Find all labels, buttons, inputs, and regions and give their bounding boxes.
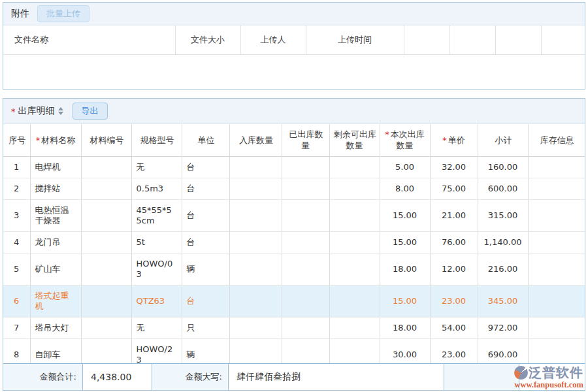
attachments-panel: 附件 批量上传 文件名称 文件大小 上传人 上传时间 [3, 2, 585, 90]
cell-material-code [81, 156, 131, 178]
column-label: 材料名称 [41, 135, 75, 145]
cell-remaining-qty [329, 178, 380, 199]
cell-outbound-qty [282, 199, 329, 231]
outbound-title: 出库明细 [18, 105, 55, 117]
attachments-column-header: 上传时间 [306, 25, 404, 54]
cell-stock-info [528, 231, 585, 253]
brand-logo-icon [514, 366, 528, 380]
column-label: 已出库数量 [289, 129, 323, 150]
material-row[interactable]: 4 龙门吊 5t 台 15.00 76.00 1,140.00 [3, 231, 585, 253]
cell-remaining-qty [329, 199, 380, 231]
cell-spec-model: HOWO/03 [131, 253, 182, 285]
cell-unit-price: 54.00 [430, 317, 478, 338]
cell-unit-price: 12.00 [430, 253, 478, 285]
outbound-header-row: 序号 *材料名称 材料编号 规格型号 单位 入库数量 已出库数量 剩余可出库数量… [3, 124, 585, 156]
cell-outbound-qty [282, 317, 329, 338]
column-label: 小计 [495, 135, 512, 145]
cell-this-outbound-qty: 15.00 [380, 285, 430, 317]
cell-material-code [81, 317, 131, 338]
outbound-column-header: *单价 [430, 124, 478, 156]
cell-this-outbound-qty: 8.00 [380, 178, 430, 199]
spinner-up-icon [58, 107, 63, 110]
export-button[interactable]: 导出 [73, 103, 108, 120]
material-row[interactable]: 6 塔式起重机 QTZ63 台 15.00 23.00 345.00 [3, 285, 585, 317]
attachments-column-header: 文件大小 [175, 25, 240, 54]
batch-upload-button[interactable]: 批量上传 [37, 5, 90, 22]
outbound-column-header: 小计 [478, 124, 528, 156]
total-amount-value: 4,438.00 [83, 364, 152, 390]
cell-row-number: 1 [3, 156, 30, 178]
material-row[interactable]: 7 塔吊大灯 无 只 18.00 54.00 972.00 [3, 317, 585, 338]
cell-unit: 只 [182, 317, 229, 338]
outbound-column-header: *本次出库数量 [380, 124, 430, 156]
outbound-column-header: 已出库数量 [282, 124, 329, 156]
cell-unit: 台 [182, 231, 229, 253]
column-label: 单位 [198, 135, 215, 145]
outbound-column-header: 序号 [3, 124, 30, 156]
cell-unit-price: 75.00 [430, 178, 478, 199]
column-label: 规格型号 [140, 135, 174, 145]
cell-remaining-qty [329, 253, 380, 285]
cell-spec-model: 5t [131, 231, 182, 253]
cell-unit: 台 [182, 156, 229, 178]
cell-outbound-qty [282, 253, 329, 285]
cell-inbound-qty [229, 156, 282, 178]
outbound-header-band: * 出库明细 导出 [3, 99, 585, 124]
cell-unit: 台 [182, 178, 229, 199]
column-label: 序号 [8, 135, 25, 145]
outbound-table-body: 1 电焊机 无 台 5.00 32.00 160.00 2 搅拌站 [3, 156, 585, 370]
cell-subtotal: 345.00 [478, 285, 528, 317]
column-label: 剩余可出库数量 [334, 129, 376, 150]
cell-inbound-qty [229, 199, 282, 231]
column-label: 本次出库数量 [391, 129, 425, 150]
cell-material-code [81, 253, 131, 285]
material-row[interactable]: 1 电焊机 无 台 5.00 32.00 160.00 [3, 156, 585, 178]
brand-watermark: 泛普软件 www.fanpusoft.com [510, 366, 583, 389]
cell-remaining-qty [329, 156, 380, 178]
cell-remaining-qty [329, 285, 380, 317]
outbound-table: 序号 *材料名称 材料编号 规格型号 单位 入库数量 已出库数量 剩余可出库数量… [3, 124, 585, 371]
material-row[interactable]: 3 电热恒温干燥器 45*55*55cm 台 15.00 21.00 315.0… [3, 199, 585, 231]
cell-row-number: 2 [3, 178, 30, 199]
cell-unit-price: 76.00 [430, 231, 478, 253]
outbound-column-header: 库存信息 [528, 124, 585, 156]
cell-subtotal: 160.00 [478, 156, 528, 178]
attachments-column-header [404, 25, 449, 54]
cell-row-number: 7 [3, 317, 30, 338]
summary-bar: 金额合计: 4,438.00 金额大写: 肆仟肆佰叁拾捌 [3, 363, 585, 390]
column-required-asterisk: * [36, 135, 41, 145]
cell-stock-info [528, 199, 585, 231]
cell-row-number: 6 [3, 285, 30, 317]
brand-url: www.fanpusoft.com [510, 381, 583, 389]
cell-this-outbound-qty: 15.00 [380, 231, 430, 253]
cell-material-name: 龙门吊 [30, 231, 81, 253]
attachments-header-band: 附件 批量上传 [3, 3, 585, 25]
column-required-asterisk: * [385, 129, 389, 139]
cell-row-number: 5 [3, 253, 30, 285]
spinner-control[interactable] [57, 106, 65, 116]
cell-material-code [81, 285, 131, 317]
cell-unit-price: 23.00 [430, 285, 478, 317]
cell-material-name: 塔吊大灯 [30, 317, 81, 338]
brand-name: 泛普软件 [529, 366, 583, 379]
outbound-column-header: 材料编号 [81, 124, 131, 156]
cell-subtotal: 216.00 [478, 253, 528, 285]
cell-stock-info [528, 178, 585, 199]
cell-subtotal: 972.00 [478, 317, 528, 338]
cell-row-number: 3 [3, 199, 30, 231]
cell-outbound-qty [282, 231, 329, 253]
cell-spec-model: 无 [131, 317, 182, 338]
attachments-empty-body [3, 55, 585, 89]
cell-spec-model: 45*55*55cm [131, 199, 182, 231]
material-row[interactable]: 5 矿山车 HOWO/03 辆 18.00 12.00 216.00 [3, 253, 585, 285]
cell-material-code [81, 231, 131, 253]
attachments-column-header [449, 25, 495, 54]
cell-subtotal: 315.00 [478, 199, 528, 231]
material-row[interactable]: 2 搅拌站 0.5m3 台 8.00 75.00 600.00 [3, 178, 585, 199]
column-label: 单价 [448, 135, 465, 145]
attachments-column-header [495, 25, 541, 54]
cell-stock-info [528, 285, 585, 317]
cell-inbound-qty [229, 178, 282, 199]
cell-this-outbound-qty: 5.00 [380, 156, 430, 178]
outbound-column-header: *材料名称 [30, 124, 81, 156]
